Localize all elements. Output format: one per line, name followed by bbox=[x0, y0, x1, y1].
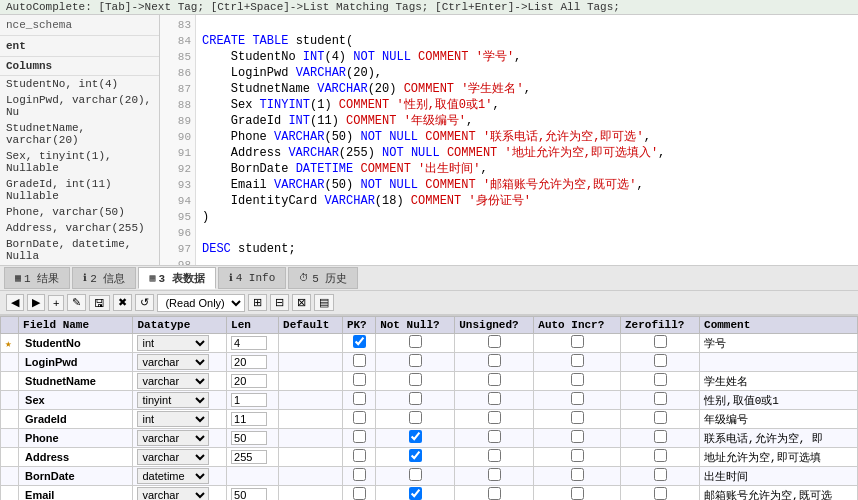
len-input[interactable] bbox=[231, 393, 267, 407]
datatype-cell[interactable]: varchar bbox=[133, 372, 227, 391]
unsigned-cell[interactable] bbox=[455, 429, 534, 448]
datatype-cell[interactable]: datetime bbox=[133, 467, 227, 486]
autoinc-checkbox[interactable] bbox=[571, 449, 584, 462]
pk-checkbox[interactable] bbox=[353, 487, 366, 500]
notnull-checkbox[interactable] bbox=[409, 487, 422, 500]
datatype-cell[interactable]: varchar bbox=[133, 486, 227, 501]
zerofill-checkbox[interactable] bbox=[654, 430, 667, 443]
pk-cell[interactable] bbox=[342, 486, 375, 501]
notnull-cell[interactable] bbox=[376, 448, 455, 467]
zerofill-cell[interactable] bbox=[620, 391, 699, 410]
datatype-cell[interactable]: int bbox=[133, 410, 227, 429]
toolbar-btn-5[interactable]: 🖫 bbox=[89, 295, 110, 311]
notnull-cell[interactable] bbox=[376, 429, 455, 448]
tab-results[interactable]: ▦1 结果 bbox=[4, 267, 70, 289]
notnull-cell[interactable] bbox=[376, 467, 455, 486]
len-input[interactable] bbox=[231, 488, 267, 500]
zerofill-cell[interactable] bbox=[620, 353, 699, 372]
autoinc-checkbox[interactable] bbox=[571, 468, 584, 481]
datatype-select[interactable]: varchar bbox=[137, 354, 209, 370]
zerofill-checkbox[interactable] bbox=[654, 411, 667, 424]
autoinc-checkbox[interactable] bbox=[571, 487, 584, 500]
zerofill-checkbox[interactable] bbox=[654, 373, 667, 386]
unsigned-checkbox[interactable] bbox=[488, 449, 501, 462]
datatype-select[interactable]: tinyint bbox=[137, 392, 209, 408]
default-cell[interactable] bbox=[279, 391, 343, 410]
len-cell[interactable] bbox=[227, 334, 279, 353]
len-input[interactable] bbox=[231, 355, 267, 369]
toolbar-btn-6[interactable]: ✖ bbox=[113, 294, 132, 311]
autoinc-checkbox[interactable] bbox=[571, 354, 584, 367]
code-content[interactable]: CREATE TABLE student( StudentNo INT(4) N… bbox=[196, 15, 858, 265]
zerofill-cell[interactable] bbox=[620, 467, 699, 486]
autoinc-cell[interactable] bbox=[534, 353, 621, 372]
datatype-select[interactable]: varchar bbox=[137, 487, 209, 500]
autoinc-checkbox[interactable] bbox=[571, 392, 584, 405]
field-name-input[interactable] bbox=[23, 356, 113, 368]
pk-cell[interactable] bbox=[342, 353, 375, 372]
datatype-cell[interactable]: varchar bbox=[133, 429, 227, 448]
datatype-select[interactable]: datetime bbox=[137, 468, 209, 484]
notnull-checkbox[interactable] bbox=[409, 392, 422, 405]
pk-checkbox[interactable] bbox=[353, 449, 366, 462]
column-item[interactable]: GradeId, int(11) Nullable bbox=[0, 176, 159, 204]
tab-info4[interactable]: ℹ4 Info bbox=[218, 267, 287, 289]
column-item[interactable]: StudnetName, varchar(20) bbox=[0, 120, 159, 148]
toolbar-btn-11[interactable]: ▤ bbox=[314, 294, 334, 311]
notnull-checkbox[interactable] bbox=[409, 430, 422, 443]
len-cell[interactable] bbox=[227, 372, 279, 391]
toolbar-btn-9[interactable]: ⊟ bbox=[270, 294, 289, 311]
field-name-input[interactable] bbox=[23, 451, 113, 463]
toolbar-btn-7[interactable]: ↺ bbox=[135, 294, 154, 311]
pk-checkbox[interactable] bbox=[353, 392, 366, 405]
notnull-cell[interactable] bbox=[376, 486, 455, 501]
entity-section[interactable]: ent bbox=[0, 36, 159, 57]
field-name-input[interactable] bbox=[23, 489, 113, 501]
len-input[interactable] bbox=[231, 336, 267, 350]
zerofill-checkbox[interactable] bbox=[654, 335, 667, 348]
notnull-checkbox[interactable] bbox=[409, 449, 422, 462]
zerofill-cell[interactable] bbox=[620, 334, 699, 353]
autoinc-cell[interactable] bbox=[534, 467, 621, 486]
tab-info[interactable]: ℹ2 信息 bbox=[72, 267, 136, 289]
notnull-cell[interactable] bbox=[376, 372, 455, 391]
zerofill-cell[interactable] bbox=[620, 429, 699, 448]
autoinc-cell[interactable] bbox=[534, 429, 621, 448]
autoinc-checkbox[interactable] bbox=[571, 430, 584, 443]
datatype-cell[interactable]: tinyint bbox=[133, 391, 227, 410]
column-item[interactable]: StudentNo, int(4) bbox=[0, 76, 159, 92]
pk-checkbox[interactable] bbox=[353, 335, 366, 348]
autoinc-checkbox[interactable] bbox=[571, 373, 584, 386]
readonly-select[interactable]: (Read Only) bbox=[157, 294, 245, 312]
unsigned-cell[interactable] bbox=[455, 372, 534, 391]
len-cell[interactable] bbox=[227, 486, 279, 501]
toolbar-btn-8[interactable]: ⊞ bbox=[248, 294, 267, 311]
toolbar-btn-2[interactable]: ▶ bbox=[27, 294, 45, 311]
field-name-input[interactable] bbox=[23, 413, 113, 425]
len-input[interactable] bbox=[231, 412, 267, 426]
pk-checkbox[interactable] bbox=[353, 411, 366, 424]
pk-checkbox[interactable] bbox=[353, 354, 366, 367]
zerofill-cell[interactable] bbox=[620, 486, 699, 501]
unsigned-cell[interactable] bbox=[455, 353, 534, 372]
zerofill-cell[interactable] bbox=[620, 448, 699, 467]
field-name-cell[interactable] bbox=[19, 429, 133, 448]
unsigned-checkbox[interactable] bbox=[488, 335, 501, 348]
unsigned-cell[interactable] bbox=[455, 448, 534, 467]
datatype-cell[interactable]: varchar bbox=[133, 353, 227, 372]
notnull-cell[interactable] bbox=[376, 353, 455, 372]
len-input[interactable] bbox=[231, 431, 267, 445]
zerofill-checkbox[interactable] bbox=[654, 487, 667, 500]
field-name-cell[interactable] bbox=[19, 391, 133, 410]
pk-cell[interactable] bbox=[342, 448, 375, 467]
len-cell[interactable] bbox=[227, 391, 279, 410]
field-name-input[interactable] bbox=[23, 337, 113, 349]
default-cell[interactable] bbox=[279, 353, 343, 372]
toolbar-btn-1[interactable]: ◀ bbox=[6, 294, 24, 311]
default-cell[interactable] bbox=[279, 467, 343, 486]
column-item[interactable]: LoginPwd, varchar(20), Nu bbox=[0, 92, 159, 120]
default-cell[interactable] bbox=[279, 448, 343, 467]
pk-cell[interactable] bbox=[342, 429, 375, 448]
tab-history[interactable]: ⏱5 历史 bbox=[288, 267, 358, 289]
len-cell[interactable] bbox=[227, 467, 279, 486]
